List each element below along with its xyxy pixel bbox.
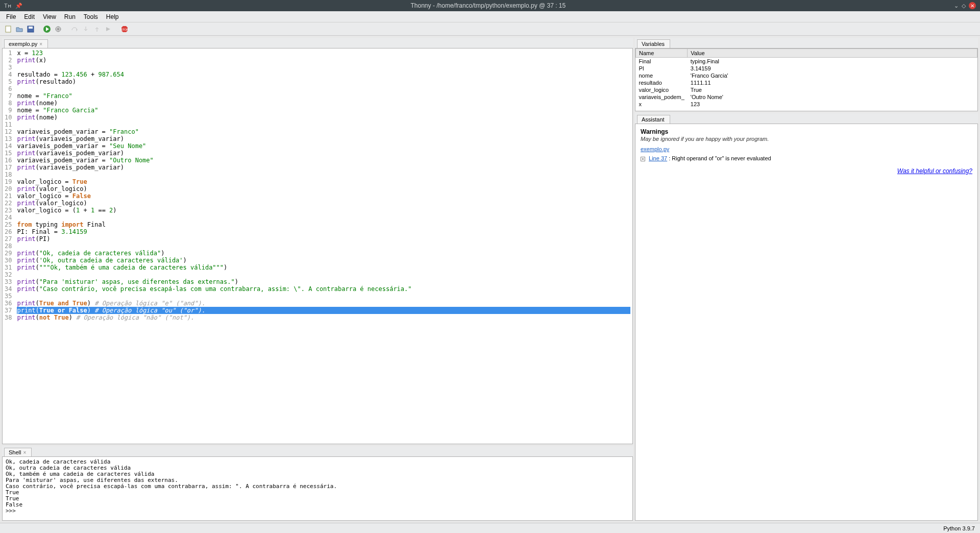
close-button[interactable]: ✕ (969, 2, 976, 9)
code-line[interactable]: PI: Final = 3.14159 (17, 228, 630, 235)
assistant-tab[interactable]: Assistant (637, 115, 670, 124)
debug-button[interactable] (53, 24, 63, 34)
code-line[interactable]: print(valor_logico) (17, 185, 630, 192)
code-line[interactable] (17, 243, 630, 250)
table-row[interactable]: nome'Franco Garcia' (636, 72, 977, 79)
shell-tab[interactable]: Shell × (4, 448, 32, 456)
menu-tools[interactable]: Tools (80, 12, 102, 21)
assistant-feedback-link[interactable]: Was it helpful or confusing? (897, 167, 972, 175)
code-line[interactable]: variaveis_podem_variar = "Outro Nome" (17, 157, 630, 164)
code-line[interactable]: valor_logico = True (17, 178, 630, 185)
step-over-button[interactable] (69, 24, 80, 34)
assistant-warning: + Line 37 : Right operand of "or" is nev… (641, 155, 972, 161)
statusbar: Python 3.9.7 (0, 523, 980, 533)
window-title: Thonny - /home/franco/tmp/python/exemplo… (22, 2, 954, 9)
assistant-heading: Warnings (641, 128, 972, 135)
code-line[interactable]: print(variaveis_podem_variar) (17, 150, 630, 157)
pin-icon[interactable]: 📌 (15, 3, 22, 9)
code-editor[interactable]: 1234567891011121314151617181920212223242… (2, 48, 633, 444)
table-row[interactable]: variaveis_podem_'Outro Nome' (636, 93, 977, 101)
code-line[interactable] (17, 85, 630, 92)
code-line[interactable]: print(valor_logico) (17, 200, 630, 207)
shell-output[interactable]: Ok, cadeia de caracteres válidaOk, outra… (2, 456, 633, 521)
shell-panel: Shell × Ok, cadeia de caracteres válidaO… (2, 446, 633, 521)
code-line[interactable]: print(nome) (17, 114, 630, 121)
code-line[interactable]: print(resultado) (17, 78, 630, 85)
menubar: File Edit View Run Tools Help (0, 11, 980, 22)
code-line[interactable]: print(variaveis_podem_variar) (17, 164, 630, 171)
code-line[interactable]: valor_logico = (1 + 1 == 2) (17, 207, 630, 214)
code-line[interactable] (17, 171, 630, 178)
code-line[interactable]: print("Para 'misturar' aspas, use difere… (17, 278, 630, 285)
menu-view[interactable]: View (39, 12, 60, 21)
table-row[interactable]: x123 (636, 101, 977, 108)
maximize-button[interactable]: ◇ (962, 3, 966, 9)
code-line[interactable]: valor_logico = False (17, 192, 630, 200)
editor-tab[interactable]: exemplo.py × (4, 39, 48, 48)
code-line[interactable]: print(not True) # Operação lógica "não" … (17, 314, 630, 321)
stop-button[interactable]: STOP (119, 24, 130, 34)
shell-tab-label: Shell (9, 449, 21, 455)
menu-edit[interactable]: Edit (20, 12, 39, 21)
run-button[interactable] (42, 24, 52, 34)
code-line[interactable]: print('Ok, outra cadeia de caracteres vá… (17, 257, 630, 264)
resume-button[interactable] (103, 24, 113, 34)
variables-tab-label: Variables (642, 41, 665, 47)
code-line[interactable] (17, 293, 630, 300)
editor-tab-label: exemplo.py (9, 41, 37, 47)
code-line[interactable]: print("Ok, cadeia de caracteres válida") (17, 250, 630, 257)
app-icon: Tʜ (4, 3, 11, 9)
shell-prompt[interactable]: >>> (6, 508, 629, 514)
variables-table: Name Value Finaltyping.FinalPI3.14159nom… (635, 49, 977, 108)
shell-line: False (6, 502, 629, 508)
code-line[interactable]: print(True or False) # Operação lógica "… (17, 307, 630, 314)
expand-icon[interactable]: + (641, 157, 645, 161)
menu-run[interactable]: Run (60, 12, 80, 21)
code-line[interactable]: variaveis_podem_variar = "Seu Nome" (17, 142, 630, 150)
step-into-button[interactable] (81, 24, 91, 34)
table-row[interactable]: resultado1111.11 (636, 79, 977, 86)
menu-file[interactable]: File (2, 12, 20, 21)
table-row[interactable]: PI3.14159 (636, 65, 977, 72)
code-line[interactable] (17, 214, 630, 221)
open-file-button[interactable] (14, 24, 24, 34)
code-line[interactable]: print(PI) (17, 235, 630, 243)
assistant-subtitle: May be ignored if you are happy with you… (641, 136, 972, 142)
code-line[interactable]: from typing import Final (17, 221, 630, 228)
variables-table-wrap[interactable]: Name Value Finaltyping.FinalPI3.14159nom… (635, 48, 978, 111)
code-line[interactable] (17, 121, 630, 128)
col-name[interactable]: Name (636, 49, 688, 58)
toolbar: STOP (0, 22, 980, 36)
python-version[interactable]: Python 3.9.7 (943, 525, 975, 531)
code-line[interactable]: print(x) (17, 57, 630, 64)
svg-text:STOP: STOP (120, 28, 129, 31)
code-line[interactable]: print(nome) (17, 100, 630, 107)
minimize-button[interactable]: ⌄ (954, 3, 959, 9)
step-out-button[interactable] (92, 24, 102, 34)
menu-help[interactable]: Help (102, 12, 123, 21)
code-line[interactable]: print(True and True) # Operação lógica "… (17, 300, 630, 307)
code-line[interactable]: variaveis_podem_variar = "Franco" (17, 128, 630, 135)
code-line[interactable]: resultado = 123.456 + 987.654 (17, 71, 630, 78)
code-line[interactable] (17, 271, 630, 278)
save-file-button[interactable] (26, 24, 36, 34)
col-value[interactable]: Value (688, 49, 977, 58)
new-file-button[interactable] (3, 24, 13, 34)
code-line[interactable]: print("""Ok, também é uma cadeia de cara… (17, 264, 630, 271)
close-icon[interactable]: × (39, 41, 42, 47)
variables-tab[interactable]: Variables (637, 39, 670, 48)
table-row[interactable]: valor_logicoTrue (636, 86, 977, 93)
table-row[interactable]: Finaltyping.Final (636, 58, 977, 65)
assistant-file-link[interactable]: exemplo.py (641, 146, 669, 152)
code-line[interactable]: x = 123 (17, 50, 630, 57)
code-line[interactable]: print("Caso contrário, você precisa esca… (17, 285, 630, 293)
code-line[interactable]: print(variaveis_podem_variar) (17, 135, 630, 142)
close-icon[interactable]: × (23, 450, 26, 455)
assistant-line-link[interactable]: Line 37 (649, 155, 667, 161)
code-line[interactable]: nome = "Franco Garcia" (17, 107, 630, 114)
code-line[interactable]: nome = "Franco" (17, 92, 630, 100)
shell-line: Caso contrário, você precisa escapá-las … (6, 483, 629, 490)
code-line[interactable] (17, 64, 630, 71)
assistant-body: Warnings May be ignored if you are happy… (635, 124, 978, 521)
shell-line: True (6, 490, 629, 496)
